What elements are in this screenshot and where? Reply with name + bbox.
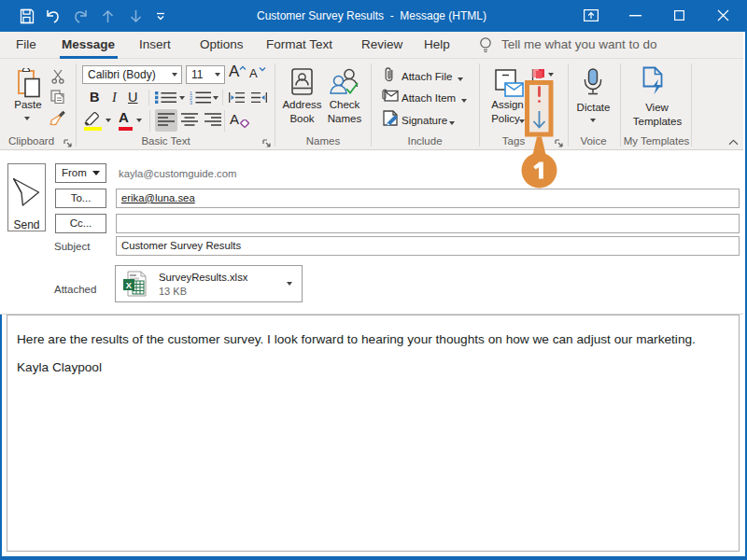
svg-text:3: 3 [190,100,192,105]
svg-text:X: X [126,280,133,290]
